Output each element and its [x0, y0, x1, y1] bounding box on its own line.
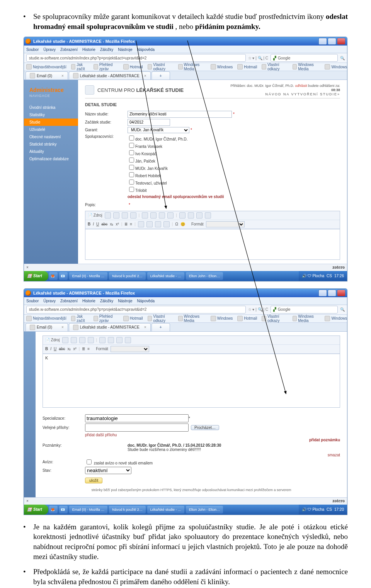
- rich-body-2[interactable]: K: [43, 354, 340, 408]
- select-format[interactable]: [206, 221, 245, 227]
- bullet-dot: •: [23, 12, 33, 31]
- menu-bookmarks[interactable]: Záložky: [100, 47, 113, 52]
- taskbar-item-1[interactable]: Návod k použití 2…: [109, 272, 146, 280]
- taskbar[interactable]: 🪟 Start 🦊 📧 Email (0) - Mozilla … Návod …: [24, 271, 347, 281]
- sidebar-item-static[interactable]: Statické stránky: [24, 141, 78, 148]
- sidebar-item-studie[interactable]: Studie: [24, 119, 78, 126]
- cb-spol-2[interactable]: [129, 150, 134, 155]
- window-title: Lékařské studie - ADMINISTRACE - Mozilla…: [33, 39, 135, 44]
- cb-spol-0[interactable]: [129, 136, 134, 141]
- lbl-spol: Spolupracovníci:: [85, 134, 128, 139]
- section-title: DETAIL STUDIE: [85, 102, 340, 107]
- close-button-2[interactable]: [337, 290, 345, 297]
- bullet-dot: •: [23, 522, 33, 562]
- select-stav[interactable]: neaktivní: [85, 467, 131, 474]
- screenshot-1: Lékařské studie - ADMINISTRACE - Mozilla…: [24, 37, 347, 281]
- note-author: doc. MUDr. Igor Čížmář, Ph.D. / 15.04.20…: [128, 443, 221, 447]
- logout-link[interactable]: odhlásit: [295, 84, 307, 88]
- start-button[interactable]: 🪟 Start: [24, 271, 48, 281]
- cb-spol-7[interactable]: [129, 187, 134, 192]
- sidebar: Administrace NAVIGACE Úvodní stránka Sta…: [24, 80, 78, 263]
- menu-view[interactable]: Zobrazení: [60, 47, 78, 52]
- search-icon[interactable]: 🔍: [340, 56, 345, 60]
- taskbar-item-2[interactable]: Lékařské studie - …: [147, 272, 184, 280]
- tab-strip[interactable]: Email (0)× Lékařské studie - ADMINISTRAC…: [24, 71, 347, 80]
- tab-email[interactable]: Email (0)×: [26, 71, 68, 80]
- paragraph-2: Je na každém garantovi, kolik kolegů při…: [33, 522, 348, 562]
- browse-button[interactable]: Procházet…: [191, 425, 219, 430]
- maximize-button[interactable]: [328, 38, 336, 45]
- sidebar-item-home[interactable]: Úvodní stránka: [24, 104, 78, 111]
- input-nazev[interactable]: [128, 111, 232, 118]
- lbl-prilohy: Veřejné přílohy:: [43, 425, 85, 430]
- guide-link[interactable]: NÁVOD NA VYTVOŘENÍ STUDIE»: [230, 92, 340, 97]
- cb-avizo[interactable]: [87, 459, 92, 464]
- screenshot-2: Lékařské studie - ADMINISTRACE - Mozilla…: [24, 288, 347, 515]
- app-content: Administrace NAVIGACE Úvodní stránka Sta…: [24, 80, 347, 263]
- minimize-button[interactable]: [318, 38, 327, 45]
- cb-spol-5[interactable]: [129, 172, 134, 177]
- taskbar-item-0[interactable]: Email (0) - Mozilla …: [69, 272, 108, 280]
- address-input-2[interactable]: studie.w-software.com/admin/index.php?p=…: [26, 306, 246, 313]
- search-input[interactable]: ▞Google: [271, 54, 338, 62]
- select-garant[interactable]: MUDr. Jan Kovařík: [128, 127, 189, 133]
- sidebar-item-stats[interactable]: Statistiky: [24, 111, 78, 119]
- lbl-nazev: Název studie:: [85, 112, 128, 116]
- close-button[interactable]: [337, 38, 345, 45]
- rich-toolbar[interactable]: 📄 Zdroj | | BIUabc x₂x² | ≣≡ |: [85, 211, 340, 229]
- taskbar-2[interactable]: 🪟 Start 🦊 📧 Email (0) - Mozilla … Návod …: [24, 505, 347, 515]
- mass-email-link[interactable]: odeslat hromadný email spolupracovníkům …: [128, 195, 340, 199]
- maximize-button-2[interactable]: [328, 290, 336, 297]
- search-input-2[interactable]: ▞Google: [271, 306, 338, 313]
- logo-icon: [85, 85, 94, 95]
- minimize-button-2[interactable]: [318, 290, 327, 297]
- address-bar-row-2: studie.w-software.com/admin/index.php?p=…: [24, 305, 347, 315]
- bookmarks-bar-2[interactable]: Nejnavštěvovanější Jak začít Přehled zpr…: [24, 315, 347, 323]
- menu-edit[interactable]: Úpravy: [43, 47, 56, 52]
- address-bar-row: studie.w-software.com/admin/index.php?p=…: [24, 53, 347, 63]
- menu-bar-2[interactable]: SouborÚpravyZobrazeníHistorieZáložkyNást…: [24, 297, 347, 305]
- address-input[interactable]: studie.w-software.com/admin/index.php?p=…: [26, 54, 246, 62]
- start-button-2[interactable]: 🪟 Start: [24, 505, 48, 515]
- select-format-2[interactable]: [111, 346, 149, 352]
- bookmarks-bar[interactable]: Nejnavštěvovanější Jak začít Přehled zpr…: [24, 63, 347, 71]
- sidebar-item-news[interactable]: Aktuality: [24, 148, 78, 155]
- sidebar-item-users[interactable]: Uživatelé: [24, 126, 78, 133]
- sidebar-item-settings[interactable]: Obecné nastavení: [24, 133, 78, 141]
- lbl-spec: Specializace:: [43, 416, 85, 420]
- lbl-popis: Popis:: [85, 203, 128, 207]
- window-titlebar-2: Lékařské studie - ADMINISTRACE - Mozilla…: [24, 289, 347, 297]
- rich-toolbar-2[interactable]: 📄 Zdroj | BIUabc x₂x² | ≣≡ Formát: [43, 336, 340, 354]
- cb-spol-1[interactable]: [129, 143, 134, 148]
- lbl-avizo: Avízo:: [43, 460, 85, 464]
- cb-spol-3[interactable]: [129, 158, 134, 163]
- window-title-2: Lékařské studie - ADMINISTRACE - Mozilla…: [33, 291, 135, 295]
- system-tray[interactable]: 🔊 🛡 Plocha CS 17:26: [299, 271, 347, 281]
- save-button[interactable]: uložit: [85, 478, 102, 483]
- cb-spol-6[interactable]: [129, 180, 134, 185]
- menu-tools[interactable]: Nástroje: [118, 47, 132, 52]
- cb-spol-4[interactable]: [129, 165, 134, 170]
- menu-bar[interactable]: Soubor Úpravy Zobrazení Historie Záložky…: [24, 46, 347, 53]
- tab-new[interactable]: +: [151, 71, 170, 80]
- input-prilohy[interactable]: [85, 424, 189, 432]
- main-panel-2: 📄 Zdroj | BIUabc x₂x² | ≣≡ Formát K: [36, 332, 347, 497]
- menu-file[interactable]: Soubor: [26, 47, 39, 52]
- menu-history[interactable]: Historie: [82, 47, 95, 52]
- sidebar-subtitle: NAVIGACE: [24, 94, 78, 104]
- delete-note-link[interactable]: smazat: [328, 453, 340, 457]
- tab-admin[interactable]: Lékařské studie - ADMINISTRACE×: [69, 71, 151, 80]
- search-icon-2[interactable]: 🔍: [340, 307, 345, 312]
- rich-body[interactable]: [85, 229, 340, 260]
- menu-help[interactable]: Nápověda: [137, 47, 155, 52]
- sidebar-item-dbopt[interactable]: Optimalizace databáze: [24, 155, 78, 163]
- lbl-stav: Stav:: [43, 468, 85, 473]
- add-note-link[interactable]: přidat poznámku: [43, 438, 340, 442]
- input-zacatek[interactable]: [128, 119, 170, 126]
- tab-strip-2[interactable]: Email (0)× Lékařské studie - ADMINISTRAC…: [24, 323, 347, 332]
- lbl-zacatek: Začátek studie:: [85, 120, 128, 124]
- input-spec[interactable]: [85, 414, 189, 422]
- taskbar-item-3[interactable]: Elton John - Elton…: [186, 272, 223, 280]
- centrum-logo: CENTRUM PRO LÉKAŘSKÉ STUDIE: [97, 87, 184, 93]
- add-attachment-link[interactable]: přidat další přílohu: [85, 433, 117, 437]
